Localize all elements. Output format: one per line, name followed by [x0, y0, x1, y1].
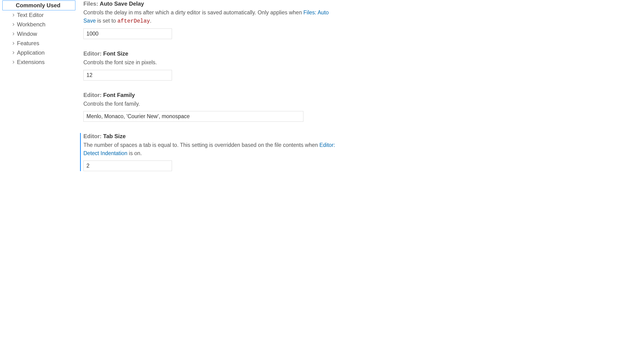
setting-auto-save-delay: Files: Auto Save Delay Controls the dela… — [80, 0, 637, 39]
sidebar-item-text-editor[interactable]: Text Editor — [2, 10, 76, 20]
setting-name: Auto Save Delay — [100, 0, 144, 7]
setting-description: Controls the font size in pixels. — [84, 58, 338, 67]
font-size-input[interactable] — [84, 70, 172, 80]
chevron-right-icon — [11, 32, 16, 36]
sidebar-item-label: Text Editor — [17, 12, 44, 18]
setting-tab-size: Editor: Tab Size The number of spaces a … — [80, 133, 637, 171]
setting-name: Tab Size — [103, 133, 126, 139]
sidebar-item-window[interactable]: Window — [2, 29, 76, 39]
setting-font-size: Editor: Font Size Controls the font size… — [80, 50, 637, 80]
settings-content: Files: Auto Save Delay Controls the dela… — [76, 0, 644, 354]
tab-size-input[interactable] — [84, 161, 172, 171]
sidebar-item-application[interactable]: Application — [2, 48, 76, 57]
sidebar-item-label: Extensions — [17, 59, 44, 65]
setting-prefix: Editor: — [84, 133, 103, 139]
setting-title: Editor: Tab Size — [84, 133, 637, 140]
setting-prefix: Editor: — [84, 50, 103, 57]
code-afterdelay: afterDelay — [117, 18, 150, 24]
setting-name: Font Size — [103, 50, 128, 57]
sidebar-item-label: Commonly Used — [16, 2, 60, 9]
chevron-right-icon — [11, 13, 16, 17]
setting-title: Editor: Font Family — [84, 92, 637, 98]
sidebar-item-workbench[interactable]: Workbench — [2, 20, 76, 29]
setting-description: Controls the font family. — [84, 100, 338, 108]
sidebar-item-label: Features — [17, 40, 39, 47]
sidebar-item-label: Application — [17, 49, 44, 56]
setting-title: Editor: Font Size — [84, 50, 637, 57]
setting-name: Font Family — [103, 92, 135, 98]
setting-title: Files: Auto Save Delay — [84, 0, 637, 7]
chevron-right-icon — [11, 51, 16, 55]
sidebar-item-features[interactable]: Features — [2, 39, 76, 48]
chevron-right-icon — [11, 41, 16, 45]
font-family-input[interactable] — [84, 111, 304, 122]
setting-prefix: Files: — [84, 0, 100, 7]
chevron-right-icon — [11, 60, 16, 64]
setting-prefix: Editor: — [84, 92, 103, 98]
sidebar-item-extensions[interactable]: Extensions — [2, 57, 76, 67]
setting-description: Controls the delay in ms after which a d… — [84, 8, 338, 25]
chevron-right-icon — [11, 22, 16, 26]
sidebar-item-label: Window — [17, 30, 37, 37]
setting-font-family: Editor: Font Family Controls the font fa… — [80, 92, 637, 122]
sidebar-item-commonly-used[interactable]: Commonly Used — [2, 0, 76, 10]
settings-sidebar: Commonly Used Text Editor Workbench Wind… — [0, 0, 76, 354]
auto-save-delay-input[interactable] — [84, 28, 172, 39]
sidebar-item-label: Workbench — [17, 21, 46, 28]
setting-description: The number of spaces a tab is equal to. … — [84, 141, 338, 157]
